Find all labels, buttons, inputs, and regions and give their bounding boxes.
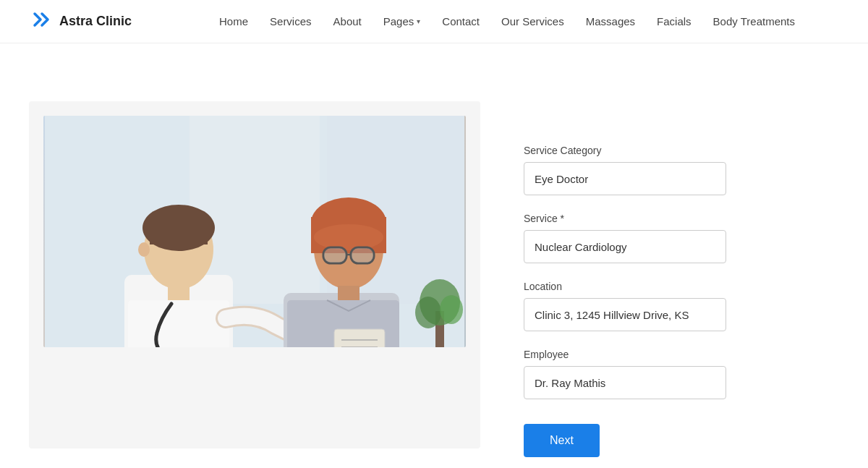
service-group: Service * [524,213,839,263]
doctor-image [43,116,466,347]
nav-contact[interactable]: Contact [442,15,480,27]
booking-form: Service Category Service * Location Empl… [524,101,839,457]
main-nav: Home Services About Pages ▾ Contact Our … [175,15,839,27]
nav-home[interactable]: Home [219,15,248,27]
logo-icon [29,8,52,35]
next-button[interactable]: Next [524,424,600,457]
nav-massages[interactable]: Massages [586,15,635,27]
svg-rect-22 [324,248,346,263]
service-category-group: Service Category [524,145,839,195]
location-input[interactable] [524,298,726,331]
svg-point-32 [415,297,441,328]
svg-rect-23 [352,248,373,263]
svg-rect-11 [128,300,229,347]
service-category-label: Service Category [524,145,839,156]
service-input[interactable] [524,230,726,263]
nav-about[interactable]: About [333,15,362,27]
svg-rect-26 [334,329,385,347]
nav-pages[interactable]: Pages ▾ [383,15,421,27]
svg-point-9 [138,242,150,257]
svg-rect-24 [338,286,359,302]
image-card [29,101,480,448]
svg-point-33 [440,295,463,324]
site-header: Astra Clinic Home Services About Pages ▾… [0,0,868,43]
nav-our-services[interactable]: Our Services [501,15,564,27]
svg-rect-8 [150,223,208,244]
svg-point-18 [314,224,383,250]
logo-text: Astra Clinic [59,14,132,29]
employee-input[interactable] [524,366,726,399]
location-group: Location [524,281,839,331]
logo[interactable]: Astra Clinic [29,8,132,35]
nav-body-treatments[interactable]: Body Treatments [713,15,795,27]
service-category-input[interactable] [524,162,726,195]
nav-services[interactable]: Services [270,15,312,27]
employee-group: Employee [524,349,839,399]
location-label: Location [524,281,839,292]
nav-facials[interactable]: Facials [657,15,692,27]
service-label: Service * [524,213,839,224]
employee-label: Employee [524,349,839,360]
main-content: Service Category Service * Location Empl… [0,43,868,468]
chevron-down-icon: ▾ [417,17,420,25]
